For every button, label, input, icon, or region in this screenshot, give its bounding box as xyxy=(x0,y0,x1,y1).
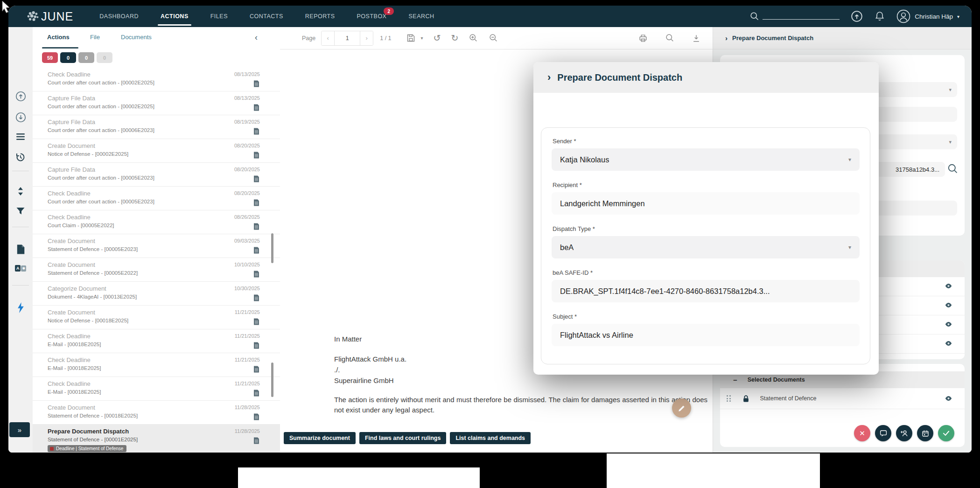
ai-suggestion-chip[interactable]: List claims and demands xyxy=(450,432,531,444)
action-list-item[interactable]: Create Document Statement of Defence - [… xyxy=(33,234,280,258)
upload-icon[interactable] xyxy=(851,10,863,22)
action-list-item[interactable]: Check Deadline E-Mail - [00018E2025] 11/… xyxy=(33,329,280,353)
edit-document-button[interactable] xyxy=(672,398,691,418)
global-search[interactable] xyxy=(749,11,840,21)
tab-documents[interactable]: Documents xyxy=(121,34,152,41)
nav-item[interactable]: DASHBOARD xyxy=(99,6,139,27)
schedule-button[interactable] xyxy=(917,425,933,441)
zoom-out-icon[interactable] xyxy=(489,33,498,43)
chevron-down-icon[interactable]: ▾ xyxy=(848,244,851,251)
collapse-panel-icon[interactable]: ‹ xyxy=(255,33,258,42)
nav-item[interactable]: CONTACTS xyxy=(250,6,283,27)
brand-logo[interactable]: JUNE xyxy=(25,10,73,23)
eye-icon[interactable] xyxy=(945,396,952,401)
eye-icon[interactable] xyxy=(945,283,952,289)
action-list-item[interactable]: Create Document Notice of Defense - [000… xyxy=(33,139,280,163)
document-icon[interactable] xyxy=(8,244,33,254)
scrollbar-thumb[interactable] xyxy=(271,233,273,263)
history-icon[interactable] xyxy=(8,152,33,162)
action-due-date: 08/19/2025 xyxy=(234,119,260,125)
side-panel-header[interactable]: › Prepare Document Dispatch xyxy=(713,27,972,49)
sort-icon[interactable] xyxy=(8,187,33,196)
zoom-in-icon[interactable] xyxy=(469,33,478,43)
form-field: Subject * FlightAttack vs Airline xyxy=(552,313,860,346)
action-list-item[interactable]: Create Document Statement of Defence - [… xyxy=(33,401,280,425)
status-count-badge[interactable]: 0 xyxy=(60,52,76,63)
action-list-item[interactable]: Capture File Data Court order after cour… xyxy=(33,115,280,139)
action-list-item[interactable]: Create Document Statement of Defence - [… xyxy=(33,258,280,282)
nav-item[interactable]: SEARCH xyxy=(408,6,434,27)
rotate-right-icon[interactable]: ↻ xyxy=(451,33,458,43)
filter-icon[interactable] xyxy=(8,207,33,216)
tab-actions[interactable]: Actions xyxy=(47,34,70,41)
nav-item[interactable]: FILES xyxy=(210,6,228,27)
rail-divider xyxy=(12,227,29,227)
field-input[interactable]: Katja Nikolaus ▾ xyxy=(552,148,860,171)
action-list-item[interactable]: Check Deadline E-Mail - [00018E2025] 11/… xyxy=(33,353,280,377)
field-input[interactable]: DE.BRAK_SPT.1f4f14c8-7ee1-4270-8460-8631… xyxy=(552,280,860,302)
search-input[interactable] xyxy=(763,19,840,20)
menu-icon[interactable] xyxy=(8,132,33,141)
scroll-top-icon[interactable] xyxy=(8,91,33,102)
save-button[interactable] xyxy=(406,33,416,43)
status-count-badge[interactable]: 59 xyxy=(42,52,58,63)
scroll-bottom-icon[interactable] xyxy=(8,112,33,123)
comment-button[interactable] xyxy=(875,425,891,441)
action-list-item[interactable]: Capture File Data Court order after cour… xyxy=(33,163,280,187)
action-list-item[interactable]: Capture File Data Court order after cour… xyxy=(33,91,280,115)
field-input[interactable]: Landgericht Memmingen xyxy=(552,192,860,215)
user-menu[interactable]: Christian Häp ▾ xyxy=(896,9,959,23)
print-icon[interactable] xyxy=(638,33,648,43)
save-options-caret[interactable]: ▾ xyxy=(421,35,423,41)
search-icon[interactable] xyxy=(749,11,760,21)
action-list-item[interactable]: Check Deadline Court order after court a… xyxy=(33,68,280,91)
action-list-item[interactable]: Create Document Notice of Defense - [000… xyxy=(33,306,280,329)
cancel-button[interactable]: ✕ xyxy=(854,425,870,441)
document-search-icon[interactable] xyxy=(665,33,675,43)
rotate-left-icon[interactable]: ↺ xyxy=(434,33,441,43)
chevron-right-icon[interactable]: › xyxy=(547,71,551,84)
action-subtitle: E-Mail - [00018E2025] xyxy=(48,365,101,371)
status-count-badge[interactable]: 0 xyxy=(78,52,94,63)
action-list-item[interactable]: Categorize Document Dokument - 4KlageAI … xyxy=(33,282,280,306)
quick-actions-icon[interactable] xyxy=(8,302,33,313)
collapse-section-icon[interactable]: − xyxy=(733,376,737,384)
tab-file[interactable]: File xyxy=(90,34,100,41)
prev-page-button[interactable]: ‹ xyxy=(322,31,334,45)
status-count-badge[interactable]: 0 xyxy=(97,52,112,63)
document-paragraph: The action is entirely without merit and… xyxy=(334,395,707,415)
bell-icon[interactable] xyxy=(874,11,885,22)
chevron-down-icon[interactable]: ▾ xyxy=(848,156,851,163)
scrollbar-thumb[interactable] xyxy=(271,363,273,397)
expand-panel-button[interactable]: » xyxy=(9,422,30,437)
field-input[interactable]: beA ▾ xyxy=(552,236,860,258)
drag-handle-icon[interactable] xyxy=(727,395,731,402)
download-icon[interactable] xyxy=(692,34,701,43)
eye-icon[interactable] xyxy=(945,341,952,346)
action-list-item[interactable]: Check Deadline E-Mail - [00018E2025] 11/… xyxy=(33,377,280,401)
action-list-item[interactable]: Check Deadline Court Claim - [00005E2022… xyxy=(33,210,280,234)
nav-right-cluster: Christian Häp ▾ xyxy=(749,6,959,27)
ai-suggestion-chip[interactable]: Summarize document xyxy=(284,432,356,444)
action-subtitle: Court order after court action - [00005E… xyxy=(48,175,154,181)
chevron-right-icon: › xyxy=(725,34,728,42)
action-list-item[interactable]: Check Deadline Court order after court a… xyxy=(33,187,280,210)
action-list-item[interactable]: Prepare Document Dispatch Statement of D… xyxy=(33,425,280,453)
nav-item[interactable]: ACTIONS xyxy=(161,6,189,27)
nav-item[interactable]: POSTBOX 2 xyxy=(357,6,387,27)
page-number-input[interactable]: 1 xyxy=(334,31,360,45)
chevron-down-icon: ▾ xyxy=(957,14,959,19)
eye-icon[interactable] xyxy=(945,321,952,327)
translate-icon[interactable]: A✱ xyxy=(8,265,33,272)
ai-suggestion-chip[interactable]: Find laws and court rulings xyxy=(359,432,447,444)
deadline-dot-icon xyxy=(50,447,54,451)
next-page-button[interactable]: › xyxy=(360,31,373,45)
nav-item[interactable]: REPORTS xyxy=(305,6,335,27)
confirm-button[interactable] xyxy=(938,425,954,441)
selected-document-row[interactable]: Statement of Defence xyxy=(720,388,965,409)
safe-id-search-icon[interactable] xyxy=(947,163,959,175)
add-recipient-button[interactable] xyxy=(896,425,912,441)
page-total: 1 / 1 xyxy=(380,35,391,42)
eye-icon[interactable] xyxy=(945,302,952,308)
field-input[interactable]: FlightAttack vs Airline xyxy=(552,324,860,346)
